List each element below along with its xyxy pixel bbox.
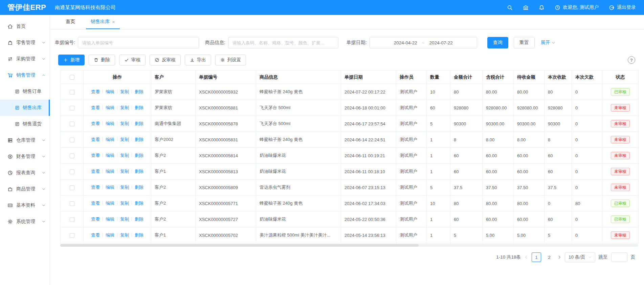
row-checkbox[interactable] — [70, 154, 74, 158]
cell-receivable: 37.50 — [514, 180, 545, 196]
delete-link[interactable]: 删除 — [135, 232, 143, 238]
audit-button[interactable]: 审核 — [119, 55, 146, 65]
copy-link[interactable]: 复制 — [120, 105, 129, 110]
edit-link[interactable]: 编辑 — [106, 153, 114, 158]
delete-link[interactable]: 删除 — [135, 137, 143, 142]
edit-link[interactable]: 编辑 — [106, 105, 114, 110]
delete-link[interactable]: 删除 — [135, 169, 143, 174]
page-size-select[interactable]: 10 条/页 — [565, 252, 595, 262]
tab-sales-outbound[interactable]: 销售出库 × — [86, 15, 120, 29]
row-checkbox[interactable] — [70, 90, 74, 95]
copy-link[interactable]: 复制 — [120, 217, 129, 222]
row-checkbox[interactable] — [70, 122, 74, 126]
app-window: 管伊佳ERP 南通某某网络科技有限公司 欢迎您, 测试用户 退出登录 首页零售管… — [0, 0, 644, 285]
row-checkbox[interactable] — [70, 106, 74, 110]
sidebar-item-swap[interactable]: 采购管理 — [0, 51, 50, 67]
edit-link[interactable]: 编辑 — [106, 121, 114, 126]
row-checkbox[interactable] — [70, 185, 74, 190]
delete-link[interactable]: 删除 — [135, 105, 143, 110]
column-settings-button[interactable]: 列设置 — [215, 55, 246, 65]
tab-label: 销售出库 — [91, 19, 110, 25]
tab-close-icon[interactable]: × — [112, 19, 115, 24]
row-checkbox[interactable] — [70, 169, 74, 174]
sidebar-item-gear[interactable]: 系统管理 — [0, 213, 50, 230]
status-badge: 未审核 — [611, 184, 630, 191]
search-icon[interactable] — [507, 5, 513, 11]
cell-operator: 测试用户 — [396, 180, 427, 196]
horizontal-scrollbar[interactable] — [60, 244, 638, 247]
row-checkbox[interactable] — [70, 201, 74, 206]
tab-home[interactable]: 首页 — [61, 15, 80, 29]
logout-icon — [609, 5, 615, 11]
delete-link[interactable]: 删除 — [135, 201, 143, 206]
copy-link[interactable]: 复制 — [120, 153, 129, 158]
select-all-checkbox[interactable] — [70, 75, 74, 80]
copy-link[interactable]: 复制 — [120, 201, 129, 206]
row-checkbox[interactable] — [70, 138, 74, 142]
view-link[interactable]: 查看 — [91, 89, 100, 94]
copy-link[interactable]: 复制 — [120, 121, 129, 126]
page-button-2[interactable]: 2 — [545, 252, 554, 262]
sidebar-item-pie[interactable]: 报表查询 — [0, 165, 50, 181]
export-button[interactable]: 导出 — [185, 55, 211, 65]
product-info-input[interactable] — [228, 37, 338, 48]
edit-link[interactable]: 编辑 — [106, 201, 114, 206]
edit-link[interactable]: 编辑 — [106, 232, 114, 238]
date-range-picker[interactable]: 2024-04-22 ~ 2024-07-22 — [370, 37, 477, 48]
copy-link[interactable]: 复制 — [120, 137, 129, 142]
doc-no-input[interactable] — [78, 37, 199, 48]
expand-filters-link[interactable]: 展开 — [541, 40, 555, 46]
logout-button[interactable]: 退出登录 — [609, 4, 636, 11]
sidebar-subitem[interactable]: 销售出库 — [0, 100, 50, 116]
delete-link[interactable]: 删除 — [135, 153, 143, 158]
view-link[interactable]: 查看 — [91, 217, 100, 222]
copy-link[interactable]: 复制 — [120, 232, 129, 238]
help-icon[interactable]: ? — [628, 56, 635, 64]
view-link[interactable]: 查看 — [91, 169, 100, 174]
copy-link[interactable]: 复制 — [120, 89, 129, 94]
edit-link[interactable]: 编辑 — [106, 169, 114, 174]
view-link[interactable]: 查看 — [91, 185, 100, 190]
sidebar-item-product[interactable]: 商品管理 — [0, 181, 50, 197]
delete-link[interactable]: 删除 — [135, 89, 143, 94]
view-link[interactable]: 查看 — [91, 121, 100, 126]
sidebar-item-warehouse[interactable]: 仓库管理 — [0, 132, 50, 148]
add-button[interactable]: 新增 — [58, 55, 85, 65]
date-end[interactable]: 2024-07-22 — [429, 40, 453, 45]
sidebar-item-home[interactable]: 首页 — [0, 18, 50, 35]
row-checkbox[interactable] — [70, 233, 74, 238]
jump-page-input[interactable] — [611, 252, 627, 262]
sidebar-item-cart[interactable]: 销售管理 — [0, 67, 50, 83]
delete-link[interactable]: 删除 — [135, 121, 143, 126]
view-link[interactable]: 查看 — [91, 137, 100, 142]
bank-icon[interactable] — [523, 5, 529, 11]
date-start[interactable]: 2024-04-22 — [394, 40, 417, 45]
edit-link[interactable]: 编辑 — [106, 137, 114, 142]
delete-button[interactable]: 删除 — [89, 55, 115, 65]
copy-link[interactable]: 复制 — [120, 169, 129, 174]
view-link[interactable]: 查看 — [91, 232, 100, 238]
delete-link[interactable]: 删除 — [135, 185, 143, 190]
sidebar-item-finance[interactable]: 财务管理 — [0, 148, 50, 165]
sidebar-item-bag[interactable]: 零售管理 — [0, 35, 50, 51]
sidebar-subitem[interactable]: 销售退货 — [0, 116, 50, 132]
sidebar-subitem[interactable]: 销售订单 — [0, 83, 50, 100]
sidebar-item-card[interactable]: 基本资料 — [0, 197, 50, 213]
edit-link[interactable]: 编辑 — [106, 89, 114, 94]
page-button-1[interactable]: 1 — [532, 252, 541, 262]
view-link[interactable]: 查看 — [91, 105, 100, 110]
prev-page-icon[interactable] — [524, 255, 528, 259]
delete-link[interactable]: 删除 — [135, 217, 143, 222]
user-menu[interactable]: 欢迎您, 测试用户 — [555, 4, 599, 11]
edit-link[interactable]: 编辑 — [106, 217, 114, 222]
view-link[interactable]: 查看 — [91, 201, 100, 206]
unaudit-button[interactable]: 反审核 — [150, 55, 181, 65]
copy-link[interactable]: 复制 — [120, 185, 129, 190]
view-link[interactable]: 查看 — [91, 153, 100, 158]
reset-button[interactable]: 重置 — [514, 37, 535, 48]
query-button[interactable]: 查询 — [487, 37, 508, 48]
next-page-icon[interactable] — [557, 255, 561, 259]
bell-icon[interactable] — [539, 5, 545, 11]
edit-link[interactable]: 编辑 — [106, 185, 114, 190]
row-checkbox[interactable] — [70, 217, 74, 222]
